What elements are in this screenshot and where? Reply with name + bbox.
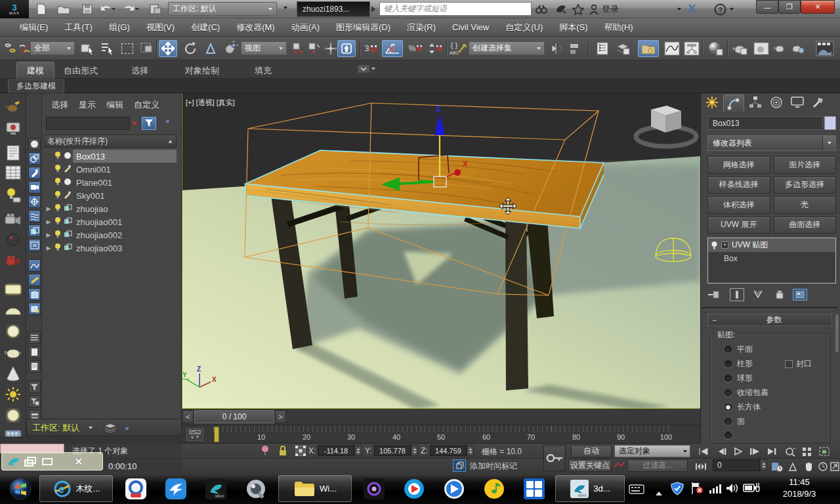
mirror-icon[interactable] — [549, 40, 567, 57]
set-key-button[interactable]: 设置关键点 — [568, 459, 612, 472]
spline-select-button[interactable]: 样条线选择 — [707, 177, 770, 194]
screen-recorder-overlay[interactable]: ✕ — [1, 452, 103, 471]
modify-tab-icon[interactable] — [723, 94, 744, 112]
menu-group[interactable]: 组(G) — [109, 22, 130, 33]
render-setup-icon[interactable] — [731, 40, 749, 57]
selection-filter-dropdown[interactable]: 全部 — [30, 41, 75, 55]
spreadsheet-icon[interactable] — [3, 164, 23, 181]
explorer-row-zhuojiao003[interactable]: ▶zhuojiao003 — [44, 242, 177, 255]
uvw-unwrap-button[interactable]: UVW 展开 — [707, 217, 770, 234]
explorer-row-box013[interactable]: Box013 — [44, 150, 177, 163]
zoom-all-icon[interactable] — [799, 445, 815, 457]
start-button[interactable] — [5, 475, 35, 502]
snap-toggle-3d-icon[interactable]: 3 — [362, 40, 381, 57]
app-logo[interactable]: 3 MAX — [0, 0, 29, 18]
radio-shrink-wrap[interactable]: 收缩包裹 — [724, 387, 768, 398]
explorer-row-zhuojiao001[interactable]: ▶zhuojiao001 — [44, 215, 177, 228]
stack-expand-icon[interactable]: + — [721, 242, 728, 249]
recorder-close-icon[interactable]: ✕ — [70, 455, 87, 468]
go-to-start-icon[interactable] — [696, 445, 711, 457]
make-unique-icon[interactable] — [752, 289, 766, 300]
menu-civil-view[interactable]: Civil View — [452, 22, 489, 32]
poly-select-button[interactable]: 多边形选择 — [774, 177, 837, 194]
select-and-manipulate-icon[interactable] — [304, 40, 323, 57]
angle-snap-toggle-button[interactable] — [382, 40, 403, 57]
maximize-viewport-icon[interactable] — [827, 460, 840, 472]
patch-select-button[interactable]: 面片选择 — [774, 156, 837, 174]
radio-planar[interactable]: 平面 — [724, 344, 753, 355]
listener-page-icon[interactable] — [3, 144, 23, 161]
named-selection-sets-dropdown[interactable]: 创建选择集 — [469, 41, 545, 55]
minimize-button[interactable]: — — [756, 0, 778, 14]
tray-network-icon[interactable] — [709, 483, 722, 496]
snap-pivot-icon[interactable] — [337, 40, 356, 57]
undo-dropdown[interactable] — [112, 8, 116, 10]
ribbon-minimize-icon[interactable] — [358, 64, 377, 74]
menu-animation[interactable]: 动画(A) — [291, 22, 320, 33]
dome-object-icon[interactable] — [3, 302, 23, 319]
cap-checkbox[interactable]: 封口 — [785, 358, 812, 369]
display-geometry-icon[interactable] — [28, 138, 41, 150]
rendered-frame-window-icon[interactable] — [752, 40, 770, 57]
z-spinner[interactable] — [467, 445, 474, 456]
display-tab-icon[interactable] — [788, 94, 807, 110]
explorer-tab-customize[interactable]: 自定义 — [134, 99, 159, 111]
taskbar-baidu-pan-icon[interactable] — [119, 475, 152, 502]
selection-lock-icon[interactable] — [278, 445, 287, 459]
input-method-icon[interactable] — [629, 484, 644, 497]
taskbar-baofeng-icon[interactable] — [438, 475, 471, 502]
display-spacewarps-icon[interactable] — [28, 210, 41, 222]
red-camera-icon[interactable] — [3, 253, 23, 270]
taskbar-potplayer-icon[interactable] — [398, 475, 430, 502]
explorer-row-zhuojiao002[interactable]: ▶zhuojiao002 — [44, 228, 177, 242]
motion-tab-icon[interactable] — [766, 94, 786, 110]
display-monitor-icon[interactable] — [3, 120, 23, 137]
redo-icon[interactable] — [122, 3, 136, 16]
y-coord-input[interactable]: 105.778 — [374, 445, 411, 456]
frame-spinner[interactable] — [760, 459, 767, 471]
render-iterative-icon[interactable] — [789, 40, 807, 57]
parameters-rollout-header[interactable]: − 参数 — [707, 314, 832, 326]
sun-icon[interactable] — [3, 386, 23, 403]
modifier-list-dropdown[interactable]: 修改器列表 — [707, 135, 836, 151]
favorites-star-icon[interactable] — [571, 3, 585, 16]
close-button[interactable]: ✕ — [801, 0, 835, 14]
perspective-viewport[interactable]: Z X Z X Y — [182, 93, 700, 408]
circle-object-icon[interactable] — [3, 323, 23, 340]
window-crossing-icon[interactable] — [138, 40, 156, 57]
time-prev-button[interactable]: < — [182, 410, 194, 423]
menu-graph-editors[interactable]: 图形编辑器(D) — [336, 22, 390, 33]
zoom-extents-icon[interactable] — [816, 445, 832, 457]
menu-rendering[interactable]: 渲染(R) — [407, 22, 436, 33]
create-tab-icon[interactable] — [702, 94, 722, 110]
dark-sphere-icon[interactable] — [3, 231, 23, 248]
key-mode-toggle-icon[interactable] — [693, 460, 709, 472]
filter-funnel-icon[interactable] — [28, 381, 41, 393]
pin-stack-icon[interactable] — [707, 289, 722, 300]
display-xrefs-icon[interactable] — [28, 239, 41, 251]
stack-uvw-map-row[interactable]: + UVW 贴图 — [708, 238, 835, 252]
tray-shield-icon[interactable] — [671, 482, 684, 499]
recorder-minimize-icon[interactable] — [39, 455, 56, 468]
material-teapot-icon[interactable] — [3, 98, 23, 116]
login-button[interactable]: 登录 — [589, 3, 619, 15]
select-and-move-button[interactable] — [159, 40, 177, 57]
taskbar-tiles-app-icon[interactable] — [518, 475, 551, 502]
select-and-scale-button[interactable] — [202, 40, 220, 57]
workspace-dropdown[interactable]: 工作区: 默认 — [168, 2, 277, 16]
mesh-select-button[interactable]: 网格选择 — [707, 156, 770, 174]
stack-bulb-icon[interactable] — [711, 241, 718, 250]
auto-key-button[interactable]: 自动 — [571, 445, 612, 457]
explorer-tab-edit[interactable]: 编辑 — [106, 99, 123, 111]
save-icon[interactable] — [80, 3, 94, 16]
lightbulb-keyboard-icon[interactable] — [3, 186, 23, 203]
radio-spherical[interactable]: 球形 — [724, 373, 753, 384]
workspace-bar[interactable]: 工作区: 默认 » — [26, 419, 182, 436]
menu-help[interactable]: 帮助(H) — [604, 22, 633, 33]
menu-edit[interactable]: 编辑(E) — [20, 22, 48, 33]
rectangular-selection-icon[interactable] — [118, 40, 136, 57]
utilities-tab-icon[interactable] — [808, 94, 828, 110]
display-curves-icon[interactable] — [28, 259, 41, 272]
tray-battery-icon[interactable] — [743, 482, 760, 496]
explorer-row-sky001[interactable]: Sky001 — [44, 189, 177, 202]
